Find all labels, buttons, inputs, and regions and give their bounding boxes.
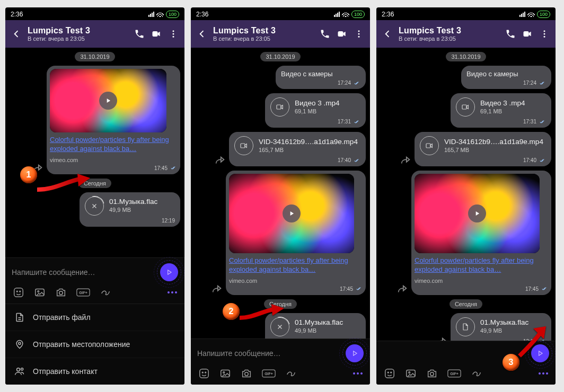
gif-icon[interactable]: GIF+ <box>76 288 90 297</box>
svg-point-3 <box>173 36 174 38</box>
file-name: 01.Музыка.flac <box>295 318 343 327</box>
voice-call-button[interactable] <box>503 26 518 42</box>
voice-message-button[interactable] <box>160 263 178 281</box>
compose-row[interactable]: Напишите сообщение… <box>5 258 184 284</box>
link-title[interactable]: Colorful powder/particles fly after bein… <box>50 136 177 154</box>
forward-icon[interactable] <box>396 283 408 295</box>
doodle-icon[interactable] <box>471 368 482 379</box>
more-button[interactable] <box>351 26 367 42</box>
file-name: Видео 3 .mp4 <box>480 99 525 108</box>
gallery-icon[interactable] <box>34 287 46 298</box>
sticker-icon[interactable] <box>198 368 210 379</box>
more-attach-icon[interactable] <box>353 372 363 375</box>
forward-icon[interactable] <box>211 283 223 295</box>
attach-file-item[interactable]: Отправить файл <box>5 304 184 331</box>
camera-icon[interactable] <box>55 287 67 298</box>
attach-location-item[interactable]: Отправить местоположение <box>5 331 184 358</box>
video-file-icon[interactable] <box>234 136 253 155</box>
gif-icon[interactable]: GIF+ <box>447 369 461 378</box>
voice-message-button[interactable] <box>346 344 364 362</box>
chat-scroll-1[interactable]: 31.10.2019 Colorful powder/particles fly… <box>5 48 184 257</box>
link-preview-bubble[interactable]: Colorful powder/particles fly after bein… <box>411 171 551 295</box>
svg-point-12 <box>19 342 21 344</box>
play-icon[interactable] <box>283 204 301 222</box>
video-file-icon[interactable] <box>270 97 289 117</box>
video-call-button[interactable] <box>519 26 535 42</box>
chat-scroll-3[interactable]: 31.10.2019 Видео с камеры 17:24 Видео 3 … <box>376 48 556 341</box>
link-title[interactable]: Colorful powder/particles fly after bein… <box>415 256 548 274</box>
video-file-icon[interactable] <box>456 97 475 117</box>
file-bubble-vid341[interactable]: VID-341612b9….a1d1a9e.mp4 165,7 MB 17:40 <box>229 132 366 166</box>
document-icon[interactable] <box>456 317 475 336</box>
attach-contact-item[interactable]: Отправить контакт <box>5 358 184 385</box>
file-name: Видео 3 .mp4 <box>295 99 339 108</box>
forward-icon[interactable] <box>214 155 226 166</box>
doodle-icon[interactable] <box>285 368 297 379</box>
link-preview-bubble[interactable]: Colorful powder/particles fly after bein… <box>226 171 366 295</box>
more-attach-icon[interactable] <box>168 291 177 293</box>
sticker-icon[interactable] <box>13 287 24 298</box>
file-bubble-video3[interactable]: Видео 3 .mp4 69,1 MB 17:31 <box>265 93 366 128</box>
file-name: VID-341612b9….a1d1a9e.mp4 <box>444 138 543 147</box>
link-title[interactable]: Colorful powder/particles fly after bein… <box>229 256 363 274</box>
text-bubble-camera[interactable]: Видео с камеры 17:24 <box>461 66 551 89</box>
voice-call-button[interactable] <box>317 26 333 42</box>
voice-call-button[interactable] <box>131 26 147 42</box>
contact-status: В сети: вчера в 23:05 <box>28 35 128 42</box>
link-thumbnail[interactable] <box>50 69 166 132</box>
input-area-1: Напишите сообщение… GIF+ Отправить файл <box>5 257 184 385</box>
msg-time: 17:40 <box>338 157 351 163</box>
status-right: 100 <box>334 11 365 18</box>
camera-icon[interactable] <box>426 368 438 379</box>
link-thumbnail[interactable] <box>415 174 540 253</box>
back-button[interactable] <box>194 26 210 42</box>
svg-point-39 <box>409 372 410 373</box>
file-bubble-vid341[interactable]: VID-341612b9….a1d1a9e.mp4 165,7 MB 17:40 <box>415 132 551 166</box>
phone-2: 2:36 100 Lumpics Test 3 В сети: вчера в … <box>191 7 370 385</box>
forward-icon[interactable] <box>436 336 447 341</box>
file-bubble-video3[interactable]: Видео 3 .mp4 69,1 MB 17:31 <box>451 93 551 128</box>
svg-point-16 <box>358 30 360 32</box>
contact-icon <box>14 366 25 377</box>
location-icon <box>14 338 25 350</box>
back-button[interactable] <box>8 26 24 42</box>
gallery-icon[interactable] <box>219 368 231 379</box>
svg-rect-35 <box>385 369 394 378</box>
link-thumbnail[interactable] <box>229 174 354 253</box>
sticker-icon[interactable] <box>384 368 395 379</box>
compose-placeholder[interactable]: Напишите сообщение… <box>12 268 155 277</box>
doodle-icon[interactable] <box>100 287 111 298</box>
svg-point-5 <box>16 291 17 292</box>
video-call-button[interactable] <box>148 26 164 42</box>
gallery-icon[interactable] <box>405 368 417 379</box>
video-call-button[interactable] <box>334 26 350 42</box>
forward-icon[interactable] <box>400 155 411 166</box>
header-title-block[interactable]: Lumpics Test 3 В сети: вчера в 23:05 <box>213 26 314 42</box>
status-bar: 2:36 100 <box>376 7 556 20</box>
msg-time: 17:45 <box>154 165 168 171</box>
play-icon[interactable] <box>468 204 486 222</box>
header-title-block[interactable]: Lumpics Test 3 В сети: вчера в 23:05 <box>399 26 499 42</box>
message-row-video3: Видео 3 .mp4 69,1 MB 17:31 <box>195 93 366 128</box>
more-attach-icon[interactable] <box>539 372 548 375</box>
back-button[interactable] <box>380 26 395 42</box>
more-button[interactable] <box>536 26 552 42</box>
play-icon[interactable] <box>99 92 117 110</box>
camera-icon[interactable] <box>241 368 252 379</box>
more-button[interactable] <box>165 26 181 42</box>
msg-text: Видео с камеры <box>281 70 333 78</box>
header-title-block[interactable]: Lumpics Test 3 В сети: вчера в 23:05 <box>28 26 128 42</box>
file-size: 165,7 MB <box>444 147 543 154</box>
link-preview-bubble[interactable]: Colorful powder/particles fly after bein… <box>47 66 180 174</box>
compose-row[interactable]: Напишите сообщение… <box>191 339 370 366</box>
video-file-icon[interactable] <box>420 136 439 155</box>
file-size: 49,9 MB <box>295 327 343 335</box>
svg-point-37 <box>391 372 392 373</box>
chat-scroll-2[interactable]: 31.10.2019 Видео с камеры 17:24 Видео 3 … <box>191 48 370 338</box>
file-bubble-uploading[interactable]: 01.Музыка.flac 49,9 MB 12:19 <box>80 192 180 227</box>
text-bubble-camera[interactable]: Видео с камеры 17:24 <box>276 66 366 89</box>
gif-icon[interactable]: GIF+ <box>262 369 276 378</box>
compose-placeholder[interactable]: Напишите сообщение… <box>197 349 340 358</box>
cancel-upload-icon[interactable] <box>85 197 104 216</box>
svg-point-31 <box>544 33 545 35</box>
